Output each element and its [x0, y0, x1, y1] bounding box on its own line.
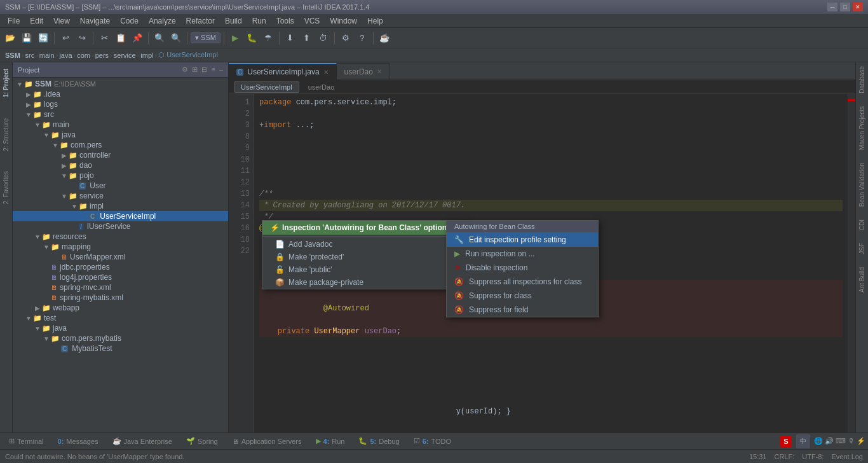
project-expand-icon[interactable]: ⊟: [201, 66, 207, 74]
toolbar-sync[interactable]: 🔄: [36, 31, 51, 46]
menu-build[interactable]: Build: [220, 15, 247, 27]
menu-edit[interactable]: Edit: [25, 15, 48, 27]
ctx2-run-inspection[interactable]: ▶ Run inspection on ...: [447, 247, 598, 261]
tree-item-impl[interactable]: ▼ 📁 impl: [13, 201, 228, 211]
bc-src[interactable]: src: [25, 52, 35, 59]
toolbar-vcs-update[interactable]: ⬇: [283, 31, 298, 46]
tree-item-logs[interactable]: ▶ 📁 logs: [13, 99, 228, 109]
bottom-tab-run[interactable]: ▶ 4: Run: [309, 436, 351, 446]
menu-view[interactable]: View: [48, 15, 75, 27]
bottom-tab-todo[interactable]: ☑ 6: TODO: [407, 436, 458, 446]
bc-com[interactable]: com: [77, 52, 90, 59]
project-scroll-icon[interactable]: ⊞: [192, 66, 198, 74]
tree-item-jdbc[interactable]: ▶ 🗎 jdbc.properties: [13, 262, 228, 272]
tree-item-test-java[interactable]: ▼ 📁 java: [13, 323, 228, 333]
tray-icon-1[interactable]: 🌐: [814, 437, 823, 445]
ctx-make-public[interactable]: 🔓 Make 'public' ▶: [262, 263, 468, 276]
breadcrumb-ssm[interactable]: SSM: [5, 52, 20, 59]
ctx-make-protected[interactable]: 🔒 Make 'protected' ▶: [262, 251, 468, 263]
ctx-make-package[interactable]: 📦 Make package-private ▶: [262, 276, 468, 289]
tree-item-mapping[interactable]: ▼ 📁 mapping: [13, 242, 228, 252]
right-panel-cdi[interactable]: CDI: [858, 216, 865, 234]
tree-item-compersmybatis[interactable]: ▼ 📁 com.pers.mybatis: [13, 333, 228, 343]
tree-item-controller[interactable]: ▶ 📁 controller: [13, 150, 228, 160]
toolbar-paste[interactable]: 📌: [130, 31, 145, 46]
tree-item-userserviceimpl[interactable]: ▶ C UserServiceImpl: [13, 211, 228, 221]
toolbar-vcs-commit[interactable]: ⬆: [299, 31, 315, 46]
ctx-inspection-header[interactable]: ⚡ Inspection 'Autowiring for Bean Class'…: [262, 221, 468, 235]
bottom-tab-messages[interactable]: 0: Messages: [51, 436, 105, 446]
tree-item-pojo[interactable]: ▼ 📁 pojo: [13, 170, 228, 181]
tree-item-service[interactable]: ▼ 📁 service: [13, 191, 228, 201]
right-panel-jsf[interactable]: JSF: [858, 239, 865, 258]
tree-item-user[interactable]: ▶ C User: [13, 181, 228, 191]
project-settings-icon[interactable]: ≡: [211, 66, 215, 74]
ctx-add-javadoc[interactable]: 📄 Add Javadoc ▶: [262, 238, 468, 251]
bottom-tab-terminal[interactable]: ⊞ Terminal: [3, 436, 50, 446]
toolbar-help[interactable]: ?: [355, 31, 370, 46]
tree-item-idea[interactable]: ▶ 📁 .idea: [13, 89, 228, 99]
toolbar-find[interactable]: 🔍: [152, 31, 167, 46]
bottom-tab-app-servers[interactable]: 🖥 Application Servers: [226, 436, 308, 446]
bc-main[interactable]: main: [39, 52, 55, 59]
tray-icon-4[interactable]: 🎙: [848, 437, 855, 445]
menu-refactor[interactable]: Refactor: [181, 15, 220, 27]
toolbar-ssm-label[interactable]: ▾ SSM: [191, 32, 220, 43]
toolbar-save[interactable]: 💾: [19, 31, 34, 46]
tree-item-springmvc[interactable]: ▶ 🗎 spring-mvc.xml: [13, 282, 228, 293]
tree-item-usermapper[interactable]: ▶ 🗎 UserMapper.xml: [13, 252, 228, 262]
minimize-button[interactable]: ─: [827, 3, 837, 11]
tree-item-mybatistest[interactable]: ▶ C MybatisTest: [13, 343, 228, 354]
toolbar-open[interactable]: 📂: [3, 31, 18, 46]
tree-item-webapp[interactable]: ▶ 📁 webapp: [13, 303, 228, 313]
tree-item-resources[interactable]: ▼ 📁 resources: [13, 232, 228, 242]
bc-java[interactable]: java: [59, 52, 72, 59]
subtab-userdao[interactable]: userDao: [302, 82, 341, 92]
right-panel-ant[interactable]: Ant Build: [858, 263, 865, 296]
file-encoding[interactable]: UTF-8:: [802, 453, 824, 460]
right-panel-maven[interactable]: Maven Projects: [858, 102, 865, 154]
tree-item-src[interactable]: ▼ 📁 src: [13, 109, 228, 120]
toolbar-sdk[interactable]: ☕: [377, 31, 392, 46]
toolbar-replace[interactable]: 🔍: [168, 31, 184, 46]
tree-item-main[interactable]: ▼ 📁 main: [13, 120, 228, 130]
bottom-tab-debug[interactable]: 🐛 5: Debug: [352, 436, 405, 446]
toolbar-debug[interactable]: 🐛: [244, 31, 259, 46]
ctx2-suppress-field[interactable]: 🔕 Suppress for field: [447, 303, 598, 317]
menu-vcs[interactable]: VCS: [299, 15, 325, 27]
menu-window[interactable]: Window: [325, 15, 362, 27]
toolbar-settings[interactable]: ⚙: [338, 31, 353, 46]
toolbar-run[interactable]: ▶: [227, 31, 243, 46]
maximize-button[interactable]: □: [840, 3, 850, 11]
tree-item-java[interactable]: ▼ 📁 java: [13, 130, 228, 140]
toolbar-redo[interactable]: ↪: [74, 31, 90, 46]
ime-indicator[interactable]: 中: [796, 434, 810, 448]
menu-navigate[interactable]: Navigate: [75, 15, 115, 27]
menu-code[interactable]: Code: [115, 15, 144, 27]
tab-close-userserviceimpl[interactable]: ✕: [323, 69, 329, 76]
ctx2-suppress-all[interactable]: 🔕 Suppress all inspections for class: [447, 275, 598, 289]
subtab-userserviceimpl[interactable]: UserServiceImpl: [234, 81, 299, 93]
tree-item-test[interactable]: ▼ 📁 test: [13, 313, 228, 323]
right-panel-database[interactable]: Database: [858, 62, 865, 97]
tree-item-iuserservice[interactable]: ▶ I IUserService: [13, 221, 228, 232]
bottom-tab-spring[interactable]: 🌱 Spring: [180, 436, 224, 446]
tray-icon-3[interactable]: ⌨: [836, 437, 846, 445]
menu-analyze[interactable]: Analyze: [144, 15, 181, 27]
tab-userdao[interactable]: userDao ✕: [337, 63, 390, 79]
cursor-position[interactable]: 15:31: [749, 453, 767, 460]
tray-icon-2[interactable]: 🔊: [825, 437, 834, 445]
tree-item-log4j[interactable]: ▶ 🗎 log4j.properties: [13, 272, 228, 282]
tree-item-compers[interactable]: ▼ 📁 com.pers: [13, 140, 228, 150]
line-endings[interactable]: CRLF:: [774, 453, 794, 460]
bc-pers[interactable]: pers: [95, 52, 109, 59]
project-hide-icon[interactable]: –: [219, 66, 223, 74]
tree-item-ssm[interactable]: ▼ 📁 SSM E:\IDEA\SSM: [13, 79, 228, 89]
toolbar-vcs-history[interactable]: ⏱: [316, 31, 331, 46]
bc-service[interactable]: service: [114, 52, 136, 59]
right-panel-bean[interactable]: Bean Validation: [858, 159, 865, 211]
bc-file[interactable]: ⬡ UserServiceImpl: [158, 51, 218, 59]
tab-userserviceimpl[interactable]: C UserServiceImpl.java ✕: [229, 63, 337, 79]
tree-item-springmybatis[interactable]: ▶ 🗎 spring-mybatis.xml: [13, 293, 228, 303]
tab-close-userdao[interactable]: ✕: [377, 68, 382, 75]
